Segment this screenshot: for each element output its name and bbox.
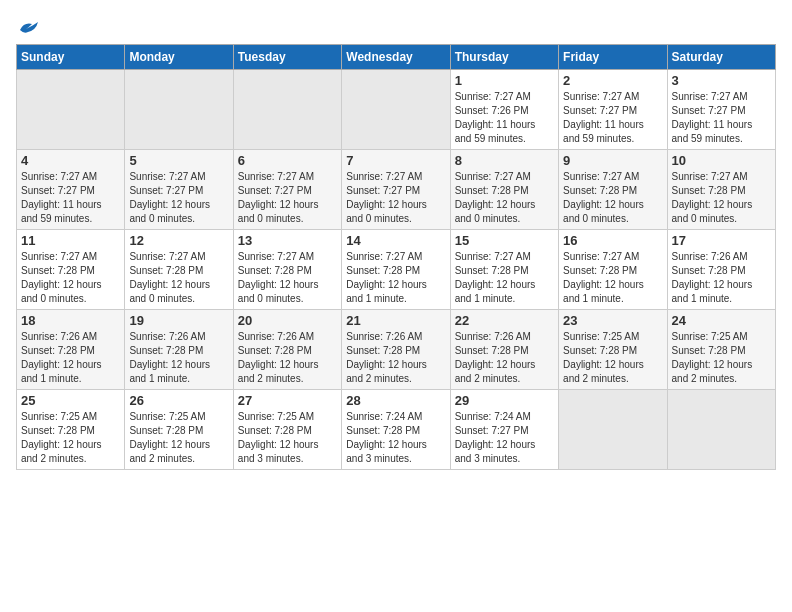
day-number: 7 bbox=[346, 153, 445, 168]
day-number: 2 bbox=[563, 73, 662, 88]
calendar-week-row: 4Sunrise: 7:27 AM Sunset: 7:27 PM Daylig… bbox=[17, 150, 776, 230]
calendar-cell: 16Sunrise: 7:27 AM Sunset: 7:28 PM Dayli… bbox=[559, 230, 667, 310]
day-number: 20 bbox=[238, 313, 337, 328]
calendar-cell: 29Sunrise: 7:24 AM Sunset: 7:27 PM Dayli… bbox=[450, 390, 558, 470]
day-info: Sunrise: 7:27 AM Sunset: 7:26 PM Dayligh… bbox=[455, 90, 554, 146]
day-number: 12 bbox=[129, 233, 228, 248]
header-day-sunday: Sunday bbox=[17, 45, 125, 70]
day-info: Sunrise: 7:27 AM Sunset: 7:27 PM Dayligh… bbox=[563, 90, 662, 146]
header-day-saturday: Saturday bbox=[667, 45, 775, 70]
calendar-cell: 8Sunrise: 7:27 AM Sunset: 7:28 PM Daylig… bbox=[450, 150, 558, 230]
calendar-cell: 19Sunrise: 7:26 AM Sunset: 7:28 PM Dayli… bbox=[125, 310, 233, 390]
day-info: Sunrise: 7:27 AM Sunset: 7:28 PM Dayligh… bbox=[21, 250, 120, 306]
calendar-cell: 26Sunrise: 7:25 AM Sunset: 7:28 PM Dayli… bbox=[125, 390, 233, 470]
calendar-cell: 3Sunrise: 7:27 AM Sunset: 7:27 PM Daylig… bbox=[667, 70, 775, 150]
calendar-cell: 25Sunrise: 7:25 AM Sunset: 7:28 PM Dayli… bbox=[17, 390, 125, 470]
day-number: 17 bbox=[672, 233, 771, 248]
header-day-thursday: Thursday bbox=[450, 45, 558, 70]
calendar-cell bbox=[233, 70, 341, 150]
day-number: 27 bbox=[238, 393, 337, 408]
header-day-monday: Monday bbox=[125, 45, 233, 70]
day-number: 14 bbox=[346, 233, 445, 248]
day-number: 16 bbox=[563, 233, 662, 248]
day-info: Sunrise: 7:27 AM Sunset: 7:28 PM Dayligh… bbox=[563, 170, 662, 226]
calendar-cell: 10Sunrise: 7:27 AM Sunset: 7:28 PM Dayli… bbox=[667, 150, 775, 230]
day-number: 23 bbox=[563, 313, 662, 328]
day-info: Sunrise: 7:26 AM Sunset: 7:28 PM Dayligh… bbox=[129, 330, 228, 386]
day-info: Sunrise: 7:24 AM Sunset: 7:28 PM Dayligh… bbox=[346, 410, 445, 466]
calendar-cell: 12Sunrise: 7:27 AM Sunset: 7:28 PM Dayli… bbox=[125, 230, 233, 310]
day-info: Sunrise: 7:27 AM Sunset: 7:27 PM Dayligh… bbox=[21, 170, 120, 226]
day-info: Sunrise: 7:27 AM Sunset: 7:28 PM Dayligh… bbox=[672, 170, 771, 226]
day-info: Sunrise: 7:26 AM Sunset: 7:28 PM Dayligh… bbox=[455, 330, 554, 386]
day-number: 11 bbox=[21, 233, 120, 248]
calendar-cell: 6Sunrise: 7:27 AM Sunset: 7:27 PM Daylig… bbox=[233, 150, 341, 230]
day-info: Sunrise: 7:26 AM Sunset: 7:28 PM Dayligh… bbox=[238, 330, 337, 386]
calendar-cell: 2Sunrise: 7:27 AM Sunset: 7:27 PM Daylig… bbox=[559, 70, 667, 150]
day-info: Sunrise: 7:24 AM Sunset: 7:27 PM Dayligh… bbox=[455, 410, 554, 466]
day-info: Sunrise: 7:26 AM Sunset: 7:28 PM Dayligh… bbox=[672, 250, 771, 306]
day-number: 9 bbox=[563, 153, 662, 168]
day-info: Sunrise: 7:27 AM Sunset: 7:28 PM Dayligh… bbox=[129, 250, 228, 306]
header-day-tuesday: Tuesday bbox=[233, 45, 341, 70]
day-info: Sunrise: 7:27 AM Sunset: 7:27 PM Dayligh… bbox=[238, 170, 337, 226]
calendar-cell: 24Sunrise: 7:25 AM Sunset: 7:28 PM Dayli… bbox=[667, 310, 775, 390]
header bbox=[16, 16, 776, 36]
day-number: 26 bbox=[129, 393, 228, 408]
day-info: Sunrise: 7:27 AM Sunset: 7:28 PM Dayligh… bbox=[238, 250, 337, 306]
calendar-cell: 9Sunrise: 7:27 AM Sunset: 7:28 PM Daylig… bbox=[559, 150, 667, 230]
day-number: 8 bbox=[455, 153, 554, 168]
day-info: Sunrise: 7:25 AM Sunset: 7:28 PM Dayligh… bbox=[563, 330, 662, 386]
day-info: Sunrise: 7:27 AM Sunset: 7:28 PM Dayligh… bbox=[455, 170, 554, 226]
header-day-friday: Friday bbox=[559, 45, 667, 70]
day-number: 4 bbox=[21, 153, 120, 168]
day-number: 5 bbox=[129, 153, 228, 168]
calendar-week-row: 11Sunrise: 7:27 AM Sunset: 7:28 PM Dayli… bbox=[17, 230, 776, 310]
day-number: 25 bbox=[21, 393, 120, 408]
day-number: 28 bbox=[346, 393, 445, 408]
calendar-header-row: SundayMondayTuesdayWednesdayThursdayFrid… bbox=[17, 45, 776, 70]
day-info: Sunrise: 7:27 AM Sunset: 7:28 PM Dayligh… bbox=[346, 250, 445, 306]
calendar-cell bbox=[342, 70, 450, 150]
day-info: Sunrise: 7:25 AM Sunset: 7:28 PM Dayligh… bbox=[21, 410, 120, 466]
calendar-table: SundayMondayTuesdayWednesdayThursdayFrid… bbox=[16, 44, 776, 470]
calendar-cell bbox=[125, 70, 233, 150]
calendar-cell: 5Sunrise: 7:27 AM Sunset: 7:27 PM Daylig… bbox=[125, 150, 233, 230]
day-info: Sunrise: 7:27 AM Sunset: 7:28 PM Dayligh… bbox=[455, 250, 554, 306]
calendar-cell: 17Sunrise: 7:26 AM Sunset: 7:28 PM Dayli… bbox=[667, 230, 775, 310]
calendar-cell: 7Sunrise: 7:27 AM Sunset: 7:27 PM Daylig… bbox=[342, 150, 450, 230]
day-info: Sunrise: 7:25 AM Sunset: 7:28 PM Dayligh… bbox=[129, 410, 228, 466]
calendar-cell: 14Sunrise: 7:27 AM Sunset: 7:28 PM Dayli… bbox=[342, 230, 450, 310]
day-info: Sunrise: 7:26 AM Sunset: 7:28 PM Dayligh… bbox=[346, 330, 445, 386]
day-info: Sunrise: 7:25 AM Sunset: 7:28 PM Dayligh… bbox=[238, 410, 337, 466]
day-number: 18 bbox=[21, 313, 120, 328]
day-number: 3 bbox=[672, 73, 771, 88]
day-number: 15 bbox=[455, 233, 554, 248]
calendar-cell: 18Sunrise: 7:26 AM Sunset: 7:28 PM Dayli… bbox=[17, 310, 125, 390]
day-number: 6 bbox=[238, 153, 337, 168]
day-info: Sunrise: 7:25 AM Sunset: 7:28 PM Dayligh… bbox=[672, 330, 771, 386]
calendar-cell: 15Sunrise: 7:27 AM Sunset: 7:28 PM Dayli… bbox=[450, 230, 558, 310]
day-number: 19 bbox=[129, 313, 228, 328]
calendar-week-row: 25Sunrise: 7:25 AM Sunset: 7:28 PM Dayli… bbox=[17, 390, 776, 470]
calendar-cell bbox=[667, 390, 775, 470]
calendar-cell bbox=[17, 70, 125, 150]
day-number: 1 bbox=[455, 73, 554, 88]
day-number: 13 bbox=[238, 233, 337, 248]
calendar-cell: 21Sunrise: 7:26 AM Sunset: 7:28 PM Dayli… bbox=[342, 310, 450, 390]
day-info: Sunrise: 7:27 AM Sunset: 7:27 PM Dayligh… bbox=[129, 170, 228, 226]
calendar-cell: 1Sunrise: 7:27 AM Sunset: 7:26 PM Daylig… bbox=[450, 70, 558, 150]
calendar-cell: 28Sunrise: 7:24 AM Sunset: 7:28 PM Dayli… bbox=[342, 390, 450, 470]
day-number: 10 bbox=[672, 153, 771, 168]
logo bbox=[16, 20, 42, 36]
calendar-week-row: 1Sunrise: 7:27 AM Sunset: 7:26 PM Daylig… bbox=[17, 70, 776, 150]
day-info: Sunrise: 7:27 AM Sunset: 7:27 PM Dayligh… bbox=[672, 90, 771, 146]
day-number: 22 bbox=[455, 313, 554, 328]
calendar-cell: 27Sunrise: 7:25 AM Sunset: 7:28 PM Dayli… bbox=[233, 390, 341, 470]
day-info: Sunrise: 7:27 AM Sunset: 7:27 PM Dayligh… bbox=[346, 170, 445, 226]
calendar-cell: 20Sunrise: 7:26 AM Sunset: 7:28 PM Dayli… bbox=[233, 310, 341, 390]
logo-bird-icon bbox=[18, 20, 42, 38]
day-number: 21 bbox=[346, 313, 445, 328]
calendar-cell: 22Sunrise: 7:26 AM Sunset: 7:28 PM Dayli… bbox=[450, 310, 558, 390]
day-number: 24 bbox=[672, 313, 771, 328]
